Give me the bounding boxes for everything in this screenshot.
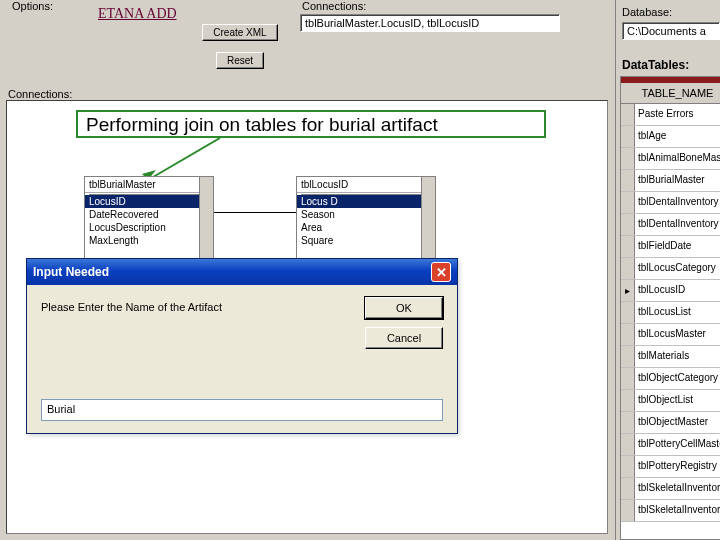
table-cell: Paste Errors	[635, 104, 720, 125]
table-row[interactable]: tblSkeletalInventor	[621, 478, 720, 500]
table-cell: tblObjectMaster	[635, 412, 720, 433]
table-row[interactable]: Paste Errors	[621, 104, 720, 126]
database-path-input[interactable]: C:\Documents a	[622, 22, 720, 40]
table2-field[interactable]: Area	[297, 221, 435, 234]
ok-button[interactable]: OK	[365, 297, 443, 319]
table-row[interactable]: tblPotteryRegistry	[621, 456, 720, 478]
table-row[interactable]: tblBurialMaster	[621, 170, 720, 192]
dialog-prompt: Please Enter the Name of the Artifact	[41, 301, 222, 313]
row-selector[interactable]	[621, 500, 635, 521]
table-box-locusid[interactable]: tblLocusID Locus DSeasonAreaSquare	[296, 176, 436, 260]
join-line	[214, 212, 296, 213]
scrollbar[interactable]	[421, 177, 435, 259]
table-row[interactable]: tblLocusMaster	[621, 324, 720, 346]
data-tables-grid[interactable]: TABLE_NAME Paste ErrorstblAgetblAnimalBo…	[620, 76, 720, 540]
row-selector[interactable]	[621, 346, 635, 367]
callout-annotation: Performing join on tables for burial art…	[76, 110, 546, 138]
table-cell: tblPotteryRegistry	[635, 456, 720, 477]
row-selector[interactable]	[621, 148, 635, 169]
row-selector[interactable]	[621, 192, 635, 213]
table-row[interactable]: tblPotteryCellMaste	[621, 434, 720, 456]
row-selector[interactable]	[621, 324, 635, 345]
table-cell: tblMaterials	[635, 346, 720, 367]
table-row[interactable]: tblFieldDate	[621, 236, 720, 258]
row-selector[interactable]	[621, 390, 635, 411]
table-cell: tblLocusMaster	[635, 324, 720, 345]
table2-field[interactable]: Square	[297, 234, 435, 247]
dialog-titlebar[interactable]: Input Needed ✕	[27, 259, 457, 285]
table-cell: tblAnimalBoneMast	[635, 148, 720, 169]
database-label: Database:	[622, 6, 672, 18]
table-row[interactable]: tblObjectCategory	[621, 368, 720, 390]
table-cell: tblSkeletalInventor	[635, 500, 720, 521]
row-selector[interactable]	[621, 412, 635, 433]
create-xml-button[interactable]: Create XML	[202, 24, 278, 41]
table-cell: tblSkeletalInventor	[635, 478, 720, 499]
table-row[interactable]: tblDentalInventory	[621, 192, 720, 214]
table-box-burialmaster[interactable]: tblBurialMaster LocusIDDateRecoveredLocu…	[84, 176, 214, 260]
table1-title: tblBurialMaster	[85, 177, 213, 193]
table-row[interactable]: tblAge	[621, 126, 720, 148]
cancel-button[interactable]: Cancel	[365, 327, 443, 349]
connections-value[interactable]: tblBurialMaster.LocusID, tblLocusID	[300, 14, 560, 32]
table2-field[interactable]: Locus D	[297, 195, 435, 208]
artifact-name-input[interactable]: Burial	[41, 399, 443, 421]
right-pane: Database: C:\Documents a DataTables: TAB…	[615, 0, 720, 540]
table-row[interactable]: tblMaterials	[621, 346, 720, 368]
row-selector[interactable]	[621, 258, 635, 279]
row-selector[interactable]	[621, 104, 635, 125]
table-cell: tblAge	[635, 126, 720, 147]
table-cell: tblLocusCategory	[635, 258, 720, 279]
table-row[interactable]: ▸tblLocusID	[621, 280, 720, 302]
row-selector[interactable]	[621, 434, 635, 455]
column-name: TABLE_NAME	[637, 87, 718, 99]
row-selector[interactable]	[621, 456, 635, 477]
table1-field[interactable]: DateRecovered	[85, 208, 213, 221]
table-cell: tblBurialMaster	[635, 170, 720, 191]
data-tables-label: DataTables:	[622, 58, 689, 72]
svg-line-0	[148, 138, 220, 180]
table1-field[interactable]: LocusDescription	[85, 221, 213, 234]
table-cell: tblDentalInventory	[635, 192, 720, 213]
connections-top-label: Connections:	[300, 0, 368, 12]
table-row[interactable]: tblObjectList	[621, 390, 720, 412]
grid-column-header[interactable]: TABLE_NAME	[621, 83, 720, 104]
input-dialog: Input Needed ✕ Please Enter the Name of …	[26, 258, 458, 434]
table-row[interactable]: tblLocusCategory	[621, 258, 720, 280]
scrollbar[interactable]	[199, 177, 213, 259]
table-row[interactable]: tblAnimalBoneMast	[621, 148, 720, 170]
row-selector[interactable]	[621, 214, 635, 235]
row-selector[interactable]	[621, 170, 635, 191]
app-title: ETANA ADD	[98, 6, 177, 22]
row-selector[interactable]	[621, 478, 635, 499]
table-cell: tblLocusID	[635, 280, 720, 301]
row-selector[interactable]	[621, 368, 635, 389]
table-row[interactable]: tblLocusList	[621, 302, 720, 324]
connections-left-label: Connections:	[6, 88, 74, 100]
row-selector[interactable]	[621, 236, 635, 257]
row-selector[interactable]	[621, 302, 635, 323]
table-row[interactable]: tblSkeletalInventor	[621, 500, 720, 522]
table2-field[interactable]: Season	[297, 208, 435, 221]
table-row[interactable]: tblDentalInventory	[621, 214, 720, 236]
table2-title: tblLocusID	[297, 177, 435, 193]
table-cell: tblLocusList	[635, 302, 720, 323]
table-cell: tblObjectList	[635, 390, 720, 411]
table-cell: tblDentalInventory	[635, 214, 720, 235]
table-cell: tblFieldDate	[635, 236, 720, 257]
dialog-title: Input Needed	[33, 265, 109, 279]
close-icon[interactable]: ✕	[431, 262, 451, 282]
table1-field[interactable]: MaxLength	[85, 234, 213, 247]
table-cell: tblPotteryCellMaste	[635, 434, 720, 455]
reset-button[interactable]: Reset	[216, 52, 264, 69]
options-label: Options:	[10, 0, 55, 12]
row-selector[interactable]	[621, 126, 635, 147]
table-row[interactable]: tblObjectMaster	[621, 412, 720, 434]
table-cell: tblObjectCategory	[635, 368, 720, 389]
row-selector[interactable]: ▸	[621, 280, 635, 301]
table1-field[interactable]: LocusID	[85, 195, 213, 208]
